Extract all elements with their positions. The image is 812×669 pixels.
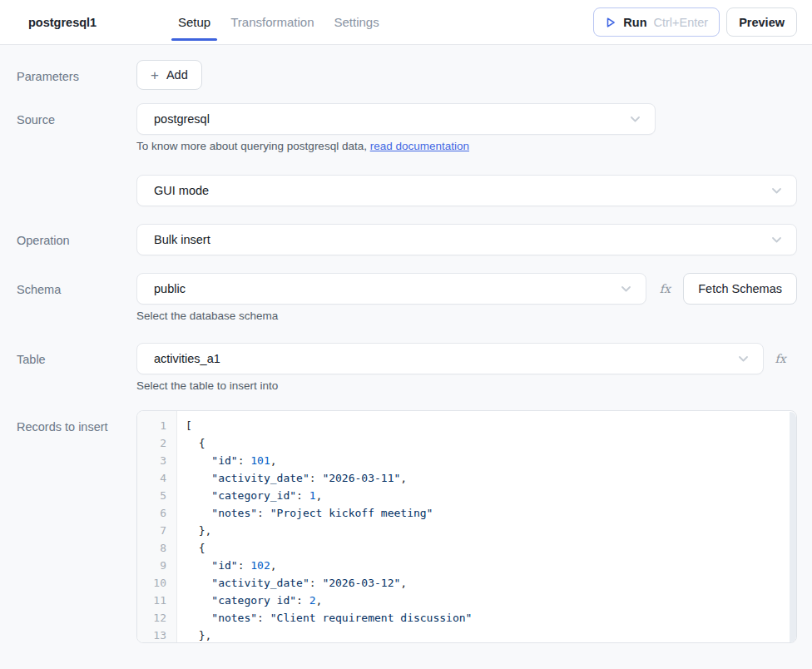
- query-title[interactable]: postgresql1: [0, 16, 178, 29]
- preview-button[interactable]: Preview: [726, 7, 797, 37]
- run-button[interactable]: Run Ctrl+Enter: [593, 7, 720, 37]
- query-editor-header: postgresql1 Setup Transformation Setting…: [0, 0, 812, 45]
- plus-icon: +: [151, 68, 159, 82]
- run-label: Run: [623, 16, 646, 29]
- records-label: Records to insert: [17, 410, 136, 643]
- tab-setup[interactable]: Setup: [178, 0, 210, 45]
- editor-scrollbar[interactable]: [790, 412, 796, 643]
- table-select-value: activities_a1: [154, 352, 220, 365]
- chevron-down-icon: [770, 234, 783, 246]
- mode-label-spacer: [17, 175, 136, 206]
- schema-select[interactable]: public: [136, 273, 646, 305]
- operation-label: Operation: [17, 224, 136, 255]
- fetch-schemas-button[interactable]: Fetch Schemas: [683, 273, 797, 305]
- fx-toggle-icon[interactable]: fx: [646, 282, 683, 295]
- editor-gutter: 12345678910111213: [137, 411, 177, 642]
- query-setup-panel: Parameters + Add Source postgresql To kn…: [0, 45, 812, 643]
- source-helper-text: To know more about querying postgresql d…: [136, 140, 797, 152]
- play-icon: [605, 17, 616, 28]
- mode-select-value: GUI mode: [154, 184, 209, 197]
- add-parameter-label: Add: [166, 68, 188, 82]
- records-code-editor[interactable]: 12345678910111213 [ { "id": 101, "activi…: [136, 410, 797, 643]
- header-actions: Run Ctrl+Enter Preview: [593, 7, 812, 37]
- editor-code[interactable]: [ { "id": 101, "activity_date": "2026-03…: [177, 411, 796, 642]
- tab-bar: Setup Transformation Settings: [178, 0, 379, 45]
- schema-select-value: public: [154, 282, 186, 295]
- operation-select-value: Bulk insert: [154, 233, 210, 246]
- read-documentation-link[interactable]: read documentation: [370, 140, 469, 152]
- source-helper-prefix: To know more about querying postgresql d…: [136, 140, 370, 152]
- add-parameter-button[interactable]: + Add: [136, 60, 202, 90]
- fx-toggle-icon[interactable]: fx: [764, 352, 797, 365]
- chevron-down-icon: [620, 283, 632, 295]
- source-select-value: postgresql: [154, 112, 210, 126]
- table-select[interactable]: activities_a1: [136, 343, 764, 374]
- source-label: Source: [17, 103, 136, 152]
- table-label: Table: [17, 343, 136, 392]
- schema-helper-text: Select the database schema: [136, 310, 797, 322]
- tab-settings[interactable]: Settings: [334, 0, 379, 45]
- chevron-down-icon: [737, 353, 750, 365]
- chevron-down-icon: [629, 113, 641, 126]
- parameters-label: Parameters: [17, 60, 136, 90]
- operation-select[interactable]: Bulk insert: [136, 224, 797, 255]
- run-shortcut: Ctrl+Enter: [653, 16, 708, 29]
- chevron-down-icon: [770, 185, 783, 197]
- mode-select[interactable]: GUI mode: [136, 175, 797, 206]
- schema-label: Schema: [17, 273, 136, 322]
- table-helper-text: Select the table to insert into: [136, 379, 797, 392]
- tab-transformation[interactable]: Transformation: [230, 0, 314, 45]
- source-select[interactable]: postgresql: [136, 103, 656, 135]
